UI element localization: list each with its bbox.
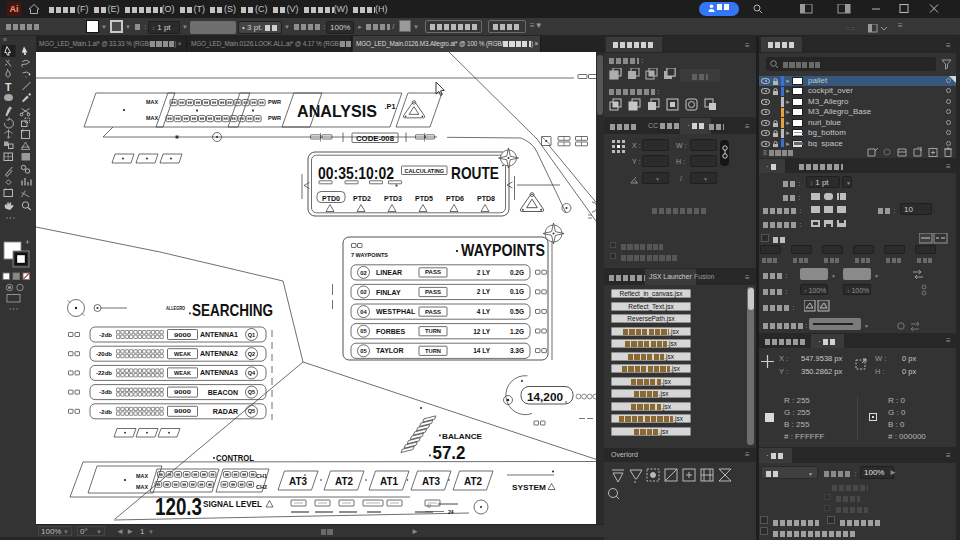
svg-text:57.2: 57.2 — [433, 442, 466, 463]
svg-text:PTD0: PTD0 — [322, 194, 340, 203]
svg-text:02: 02 — [360, 289, 366, 295]
svg-text:CH2: CH2 — [256, 484, 267, 490]
svg-text:14 LY: 14 LY — [473, 347, 490, 354]
svg-text:ANTENNA2: ANTENNA2 — [200, 350, 238, 357]
svg-text:ROUTE: ROUTE — [451, 164, 499, 183]
svg-text:AT3: AT3 — [289, 476, 307, 487]
svg-text:0.5G: 0.5G — [510, 308, 524, 315]
svg-text:T: T — [5, 81, 12, 93]
svg-text:WEAK: WEAK — [174, 370, 192, 376]
svg-text:05: 05 — [360, 328, 367, 334]
svg-text:05: 05 — [360, 348, 367, 354]
svg-text:WESTPHAL: WESTPHAL — [376, 308, 416, 315]
svg-text:RADAR: RADAR — [213, 408, 238, 415]
svg-text:3.3G: 3.3G — [510, 347, 524, 354]
svg-text:MAX: MAX — [146, 99, 158, 105]
svg-text:WAYPOINTS: WAYPOINTS — [461, 241, 545, 259]
svg-text:ANTENNA1: ANTENNA1 — [200, 331, 238, 338]
svg-text:2 LY: 2 LY — [477, 288, 491, 295]
svg-text:«: « — [3, 36, 7, 43]
svg-text:02: 02 — [360, 270, 366, 276]
svg-text:FORBES: FORBES — [376, 328, 406, 335]
svg-text:-22db: -22db — [96, 370, 112, 376]
svg-text:00:35:10:02: 00:35:10:02 — [318, 164, 394, 183]
svg-text:AT1: AT1 — [380, 476, 398, 487]
svg-text:CONTROL: CONTROL — [216, 453, 254, 463]
svg-text:PTD8: PTD8 — [477, 194, 495, 203]
svg-text:0.2G: 0.2G — [510, 269, 524, 276]
svg-text:SIGNAL LEVEL: SIGNAL LEVEL — [203, 499, 262, 509]
svg-text:CALCULATING: CALCULATING — [405, 168, 445, 174]
svg-text:9000: 9000 — [174, 408, 192, 414]
svg-text:0.1G: 0.1G — [510, 288, 524, 295]
svg-text:ANTENNA3: ANTENNA3 — [200, 369, 238, 376]
svg-text:MAX: MAX — [136, 473, 148, 479]
svg-text:-2db: -2db — [99, 332, 112, 338]
svg-text:PTD6: PTD6 — [446, 194, 464, 203]
svg-text:AT3: AT3 — [422, 476, 440, 487]
svg-text:-20db: -20db — [96, 351, 112, 357]
svg-text:LINEAR: LINEAR — [376, 269, 402, 276]
svg-text:120.3: 120.3 — [155, 493, 202, 520]
svg-text:CODE-008: CODE-008 — [356, 135, 394, 142]
svg-text:PASS: PASS — [425, 289, 441, 295]
svg-text:AT2: AT2 — [464, 476, 482, 487]
svg-text:WEAK: WEAK — [174, 351, 192, 357]
svg-text:PASS: PASS — [425, 309, 441, 315]
svg-text:Q5: Q5 — [248, 408, 255, 414]
svg-text:-2db: -2db — [99, 409, 112, 415]
svg-text:TAYLOR: TAYLOR — [376, 347, 404, 354]
svg-text:ALLEGRO: ALLEGRO — [166, 305, 186, 311]
svg-text:9000: 9000 — [174, 332, 192, 338]
svg-text:1.2G: 1.2G — [510, 328, 524, 335]
svg-text:ANALYSIS: ANALYSIS — [297, 102, 377, 120]
svg-text:2 LY: 2 LY — [477, 269, 491, 276]
svg-text:PWR: PWR — [268, 115, 281, 121]
svg-text:BEACON: BEACON — [208, 389, 238, 396]
svg-text:Q1: Q1 — [248, 332, 255, 338]
svg-text:4 LY: 4 LY — [477, 308, 491, 315]
svg-text:Q2: Q2 — [248, 351, 255, 357]
svg-text:BALANCE: BALANCE — [442, 432, 483, 441]
svg-text:TURN: TURN — [425, 348, 441, 354]
svg-text:PTD2: PTD2 — [353, 194, 371, 203]
svg-text:AT2: AT2 — [335, 476, 353, 487]
svg-text:-3db: -3db — [99, 389, 112, 395]
svg-text:04: 04 — [360, 309, 367, 315]
svg-text:9000: 9000 — [174, 389, 192, 395]
svg-text:PASS: PASS — [425, 269, 441, 275]
svg-text:FINLAY: FINLAY — [376, 289, 401, 296]
svg-text:SEARCHING: SEARCHING — [192, 301, 273, 319]
svg-text:CH1: CH1 — [256, 473, 267, 479]
svg-text:MAX: MAX — [136, 484, 148, 490]
svg-text:MAX: MAX — [146, 115, 158, 121]
svg-text:12 LY: 12 LY — [473, 328, 490, 335]
svg-text:PTD5: PTD5 — [415, 194, 433, 203]
svg-text:.P1: .P1 — [385, 103, 396, 110]
svg-text:SYSTEM: SYSTEM — [512, 483, 546, 492]
svg-text:Q4: Q4 — [248, 370, 256, 376]
svg-text:14,200: 14,200 — [527, 391, 563, 403]
svg-text:PTD3: PTD3 — [384, 194, 402, 203]
svg-text:PWR: PWR — [268, 99, 281, 105]
svg-text:Q5: Q5 — [248, 389, 255, 395]
svg-text:TURN: TURN — [425, 328, 441, 334]
svg-text:24: 24 — [448, 509, 454, 515]
svg-text:7 WAYPOINTS: 7 WAYPOINTS — [351, 252, 388, 258]
